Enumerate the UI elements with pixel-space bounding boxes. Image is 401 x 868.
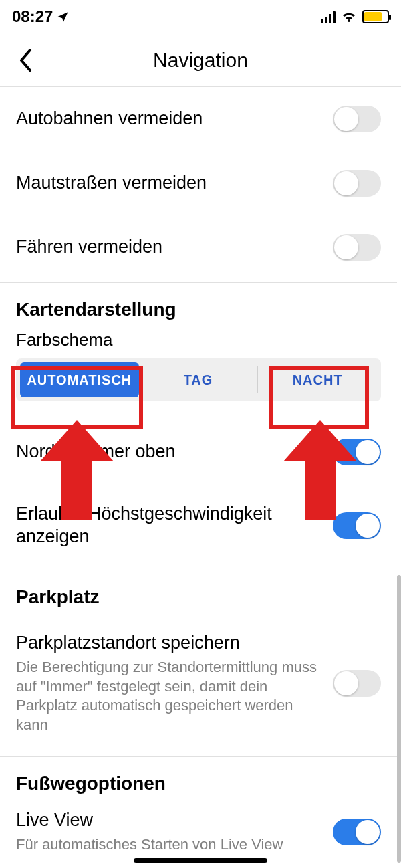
settings-scroll[interactable]: Autobahnen vermeiden Mautstraßen vermeid… xyxy=(0,87,397,868)
row-north-up: Norden immer oben xyxy=(0,420,397,484)
row-avoid-tolls: Mautstraßen vermeiden xyxy=(0,151,397,215)
clock: 08:27 xyxy=(12,7,53,26)
section-map-display: Kartendarstellung xyxy=(0,283,397,326)
toggle-north-up[interactable] xyxy=(333,439,381,465)
toggle-avoid-highways[interactable] xyxy=(333,106,381,132)
segmented-colorscheme: AUTOMATISCH TAG NACHT xyxy=(16,358,381,401)
label-avoid-tolls: Mautstraßen vermeiden xyxy=(16,172,323,195)
label-avoid-highways: Autobahnen vermeiden xyxy=(16,108,323,130)
status-bar: 08:27 xyxy=(0,0,401,33)
toggle-avoid-tolls[interactable] xyxy=(333,170,381,197)
scrollbar[interactable] xyxy=(397,575,401,863)
battery-icon xyxy=(362,10,389,23)
toggle-parking-save[interactable] xyxy=(333,670,381,697)
home-indicator[interactable] xyxy=(134,858,267,863)
nav-header: Navigation xyxy=(0,33,401,87)
desc-parking-save: Die Berechtigung zur Standortermittlung … xyxy=(16,658,323,734)
page-title: Navigation xyxy=(0,49,401,72)
label-colorscheme: Farbschema xyxy=(0,326,397,358)
label-speed-limit: Erlaubte Höchstgeschwindigkeit anzeigen xyxy=(16,503,323,548)
segment-auto[interactable]: AUTOMATISCH xyxy=(20,362,139,397)
label-parking-save: Parkplatzstandort speichern xyxy=(16,632,323,655)
label-live-view: Live View xyxy=(16,809,323,832)
row-parking-save: Parkplatzstandort speichern Die Berechti… xyxy=(0,613,397,754)
row-avoid-ferries: Fähren vermeiden xyxy=(0,215,397,280)
section-parking: Parkplatz xyxy=(0,570,397,613)
toggle-live-view[interactable] xyxy=(333,819,381,845)
back-button[interactable] xyxy=(5,33,45,86)
row-live-view: Live View Für automatisches Starten von … xyxy=(0,800,397,855)
label-north-up: Norden immer oben xyxy=(16,441,323,463)
toggle-avoid-ferries[interactable] xyxy=(333,234,381,261)
segment-day[interactable]: TAG xyxy=(139,362,258,397)
desc-live-view: Für automatisches Starten von Live View xyxy=(16,835,323,855)
row-avoid-highways: Autobahnen vermeiden xyxy=(0,87,397,151)
wifi-icon xyxy=(341,10,357,23)
cellular-signal-icon xyxy=(321,10,336,23)
segment-night[interactable]: NACHT xyxy=(258,362,377,397)
label-avoid-ferries: Fähren vermeiden xyxy=(16,236,323,259)
row-speed-limit: Erlaubte Höchstgeschwindigkeit anzeigen xyxy=(0,484,397,567)
location-icon xyxy=(57,11,69,23)
section-walking: Fußwegoptionen xyxy=(0,757,397,800)
toggle-speed-limit[interactable] xyxy=(333,512,381,539)
